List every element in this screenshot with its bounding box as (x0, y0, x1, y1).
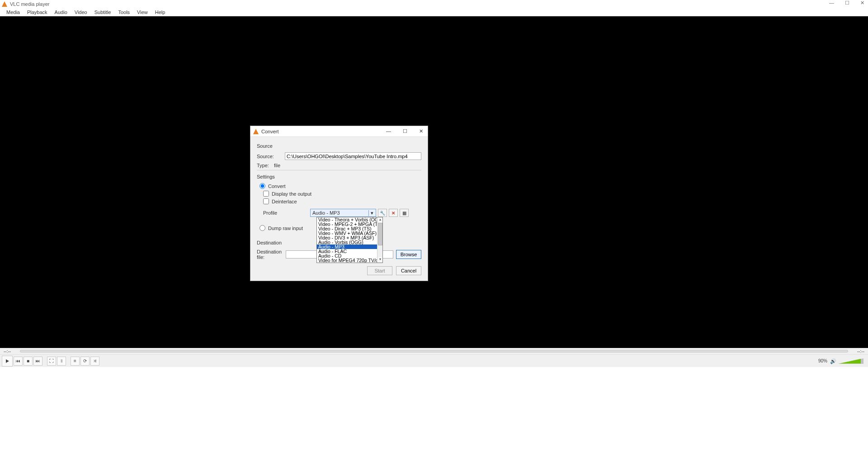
profile-dropdown-list: Video - Theora + Vorbis (OGG)Video - MPE… (316, 217, 383, 263)
deinterlace-checkbox[interactable] (263, 198, 269, 204)
volume-slider[interactable] (838, 358, 863, 364)
display-output-checkbox[interactable] (263, 191, 269, 197)
vlc-cone-icon (253, 129, 259, 134)
browse-button[interactable]: Browse (396, 250, 421, 259)
equalizer-icon: ⫴ (61, 358, 62, 364)
menu-view[interactable]: View (133, 9, 151, 16)
chevron-down-icon: ▾ (368, 210, 375, 216)
play-icon (5, 359, 9, 363)
total-time: --:-- (851, 349, 864, 354)
new-profile-icon: ▦ (402, 211, 406, 216)
loop-icon: ⟳ (83, 358, 87, 363)
next-button[interactable]: ⏭ (33, 357, 42, 366)
dump-raw-radio[interactable] (259, 225, 265, 231)
video-area: Convert — ☐ ✕ Source Source: Type: file … (0, 16, 868, 348)
shuffle-icon: ⤭ (93, 358, 97, 363)
close-button[interactable]: ✕ (860, 0, 864, 6)
source-label: Source: (257, 154, 285, 159)
volume-percent: 90% (818, 358, 827, 363)
deinterlace-label: Deinterlace (272, 199, 297, 204)
delete-profile-button[interactable]: ✕ (389, 209, 398, 217)
wrench-icon: 🔧 (380, 211, 385, 216)
shuffle-button[interactable]: ⤭ (90, 357, 99, 366)
source-heading: Source (257, 143, 421, 149)
profile-selected: Audio - MP3 (312, 210, 340, 216)
menu-tools[interactable]: Tools (114, 9, 133, 16)
skip-forward-icon: ⏭ (36, 358, 40, 363)
menu-audio[interactable]: Audio (51, 9, 71, 16)
start-button[interactable]: Start (367, 266, 392, 275)
skip-back-icon: ⏮ (16, 358, 20, 363)
svg-marker-0 (6, 359, 9, 363)
timeline-row: --:-- --:-- (0, 348, 868, 354)
extended-settings-button[interactable]: ⫴ (57, 357, 66, 366)
minimize-button[interactable]: — (829, 0, 834, 6)
vlc-cone-icon (2, 1, 7, 7)
speaker-icon[interactable]: 🔊 (830, 358, 835, 364)
volume-area: 90% 🔊 (818, 358, 863, 364)
settings-heading: Settings (257, 174, 421, 179)
profile-label: Profile (263, 210, 310, 216)
stop-button[interactable]: ■ (24, 357, 33, 366)
loop-button[interactable]: ⟳ (80, 357, 90, 366)
profile-option[interactable]: Video for MPEG4 720p TV/device (317, 258, 382, 263)
source-input[interactable] (285, 152, 421, 160)
dialog-title: Convert (261, 129, 279, 134)
menu-help[interactable]: Help (151, 9, 169, 16)
menu-subtitle[interactable]: Subtitle (91, 9, 115, 16)
display-output-label: Display the output (272, 191, 311, 197)
destination-label: Destination file: (257, 249, 286, 260)
menu-video[interactable]: Video (71, 9, 91, 16)
convert-radio-label: Convert (268, 183, 286, 189)
edit-profile-button[interactable]: 🔧 (378, 209, 387, 217)
playlist-icon: ≡ (74, 358, 76, 363)
play-button[interactable] (2, 356, 13, 367)
scrollbar-thumb[interactable] (378, 223, 382, 245)
playback-controls: ⏮ ■ ⏭ ⛶ ⫴ ≡ ⟳ ⤭ 90% 🔊 (0, 354, 868, 367)
dialog-close-button[interactable]: ✕ (417, 127, 425, 135)
previous-button[interactable]: ⏮ (14, 357, 23, 366)
dialog-maximize-button[interactable]: ☐ (401, 127, 409, 135)
elapsed-time: --:-- (4, 349, 17, 354)
main-titlebar: VLC media player — ☐ ✕ (0, 0, 868, 8)
dropdown-scrollbar[interactable]: ▴ ▾ (377, 217, 382, 263)
fullscreen-icon: ⛶ (49, 358, 54, 363)
menu-playback[interactable]: Playback (24, 9, 51, 16)
dump-raw-label: Dump raw input (268, 226, 303, 231)
seek-slider[interactable] (20, 350, 848, 352)
playlist-button[interactable]: ≡ (71, 357, 80, 366)
profile-combobox[interactable]: Audio - MP3 ▾ (310, 209, 376, 217)
window-controls: — ☐ ✕ (829, 0, 868, 6)
dialog-minimize-button[interactable]: — (384, 127, 393, 135)
delete-x-icon: ✕ (392, 211, 395, 216)
type-label: Type: (257, 163, 272, 168)
menubar: Media Playback Audio Video Subtitle Tool… (0, 8, 868, 16)
dialog-titlebar[interactable]: Convert — ☐ ✕ (250, 126, 428, 137)
maximize-button[interactable]: ☐ (845, 0, 849, 6)
cancel-button[interactable]: Cancel (396, 266, 421, 275)
convert-radio[interactable] (259, 183, 265, 189)
bottom-gap (0, 367, 868, 470)
stop-icon: ■ (27, 358, 29, 363)
menu-media[interactable]: Media (3, 9, 24, 16)
new-profile-button[interactable]: ▦ (400, 209, 409, 217)
fullscreen-button[interactable]: ⛶ (47, 357, 56, 366)
type-value: file (274, 163, 280, 168)
scroll-down-icon[interactable]: ▾ (377, 257, 382, 263)
window-title: VLC media player (10, 1, 49, 7)
divider (257, 170, 421, 170)
scroll-up-icon[interactable]: ▴ (377, 217, 382, 223)
